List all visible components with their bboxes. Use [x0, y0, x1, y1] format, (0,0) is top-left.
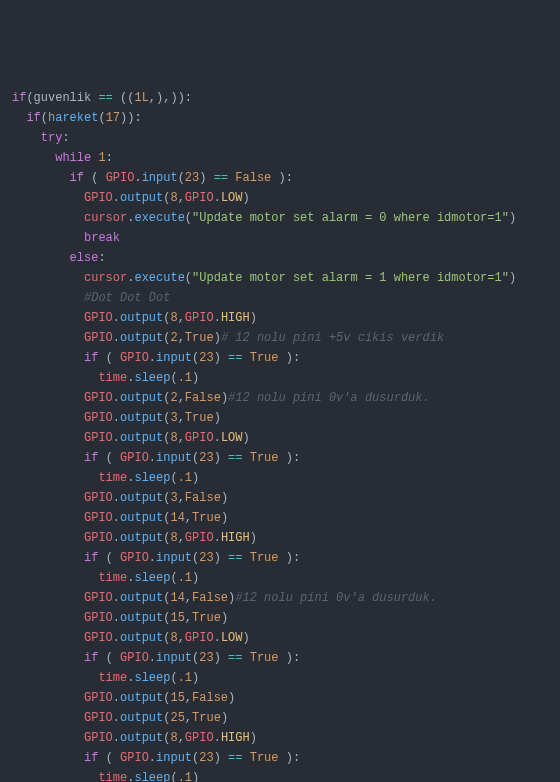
code-line: time.sleep(.1) — [12, 771, 199, 782]
code-line: time.sleep(.1) — [12, 471, 199, 485]
keyword-break: break — [84, 231, 120, 245]
code-line: GPIO.output(2,True)# 12 nolu pini +5v ci… — [12, 331, 444, 345]
code-line: GPIO.output(8,GPIO.HIGH) — [12, 311, 257, 325]
keyword-if: if — [12, 91, 26, 105]
code-line: time.sleep(.1) — [12, 371, 199, 385]
keyword-else: else — [70, 251, 99, 265]
code-line: else: — [12, 251, 106, 265]
code-line: GPIO.output(15,False) — [12, 691, 235, 705]
code-line: GPIO.output(25,True) — [12, 711, 228, 725]
code-line: time.sleep(.1) — [12, 571, 199, 585]
code-line: try: — [12, 131, 70, 145]
code-line: GPIO.output(8,GPIO.LOW) — [12, 191, 250, 205]
code-line: while 1: — [12, 151, 113, 165]
code-line: cursor.execute("Update motor set alarm =… — [12, 271, 516, 285]
keyword-try: try — [41, 131, 63, 145]
code-line: #Dot Dot Dot — [12, 291, 170, 305]
code-line: break — [12, 231, 120, 245]
code-editor[interactable]: if(guvenlik == ((1L,),)): if(hareket(17)… — [12, 88, 548, 782]
code-line: if(guvenlik == ((1L,),)): — [12, 91, 192, 105]
code-line: if ( GPIO.input(23) == True ): — [12, 351, 300, 365]
code-line: GPIO.output(14,False)#12 nolu pini 0v'a … — [12, 591, 437, 605]
code-line: GPIO.output(8,GPIO.HIGH) — [12, 531, 257, 545]
keyword-while: while — [55, 151, 91, 165]
comment: # 12 nolu pini +5v cikis verdik — [221, 331, 444, 345]
comment: #12 nolu pini 0v'a dusurduk. — [228, 391, 430, 405]
comment: #12 nolu pini 0v'a dusurduk. — [235, 591, 437, 605]
code-line: if ( GPIO.input(23) == True ): — [12, 751, 300, 765]
code-line: time.sleep(.1) — [12, 671, 199, 685]
code-line: GPIO.output(8,GPIO.LOW) — [12, 631, 250, 645]
code-line: cursor.execute("Update motor set alarm =… — [12, 211, 516, 225]
code-line: GPIO.output(3,True) — [12, 411, 221, 425]
code-line: GPIO.output(14,True) — [12, 511, 228, 525]
code-line: GPIO.output(3,False) — [12, 491, 228, 505]
code-line: GPIO.output(15,True) — [12, 611, 228, 625]
code-line: if ( GPIO.input(23) == False ): — [12, 171, 293, 185]
code-line: GPIO.output(8,GPIO.HIGH) — [12, 731, 257, 745]
code-line: if ( GPIO.input(23) == True ): — [12, 451, 300, 465]
code-line: if(hareket(17)): — [12, 111, 142, 125]
code-line: if ( GPIO.input(23) == True ): — [12, 551, 300, 565]
code-line: GPIO.output(2,False)#12 nolu pini 0v'a d… — [12, 391, 430, 405]
code-line: if ( GPIO.input(23) == True ): — [12, 651, 300, 665]
comment: #Dot Dot Dot — [84, 291, 170, 305]
code-line: GPIO.output(8,GPIO.LOW) — [12, 431, 250, 445]
